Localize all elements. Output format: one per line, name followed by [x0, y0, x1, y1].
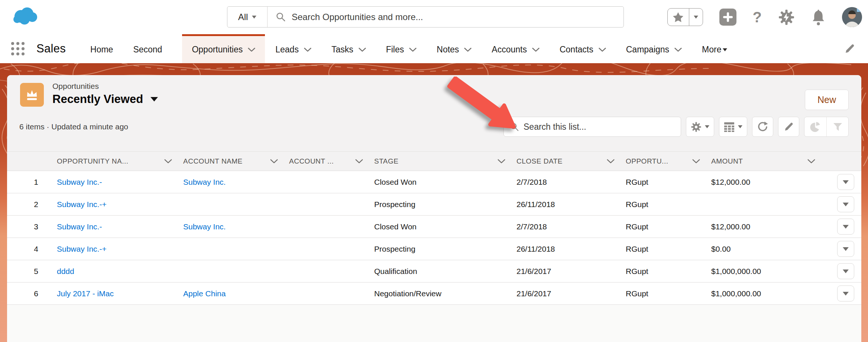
stage-value: Prospecting — [374, 245, 415, 253]
amount-value: $0.00 — [711, 245, 731, 253]
amount-value: $1,000,000.00 — [711, 289, 761, 298]
header-utility-icons: ? — [667, 0, 862, 34]
new-button[interactable]: New — [805, 90, 849, 110]
owner-alias-value: RGupt — [626, 267, 648, 275]
list-view-header: Opportunities Recently Viewed 6 items · … — [7, 75, 861, 151]
row-number-header — [7, 152, 57, 171]
nav-tab-leads[interactable]: Leads — [275, 34, 311, 63]
row-actions-button[interactable] — [837, 241, 854, 257]
row-number: 5 — [7, 267, 57, 276]
global-search-input[interactable] — [292, 12, 624, 22]
user-avatar[interactable] — [842, 7, 862, 27]
setup-gear-icon[interactable] — [778, 9, 795, 26]
opportunity-link[interactable]: Subway Inc.-+ — [57, 200, 107, 209]
chevron-down-icon — [150, 97, 158, 101]
opportunity-link[interactable]: Subway Inc.-+ — [57, 245, 107, 253]
chevron-down-icon — [270, 159, 278, 164]
opportunity-link[interactable]: Subway Inc.- — [57, 222, 102, 231]
stage-value: Closed Won — [374, 222, 417, 231]
nav-tab-accounts[interactable]: Accounts — [492, 34, 540, 63]
notifications-bell-icon[interactable] — [811, 9, 826, 25]
global-header: All ? — [0, 0, 868, 34]
app-navigation-bar: Sales Home Second Opportunities Leads Ta… — [0, 34, 868, 63]
chevron-down-icon — [807, 159, 815, 164]
chevron-down-icon — [843, 247, 849, 251]
inline-edit-button[interactable] — [778, 117, 799, 137]
column-header-close-date[interactable]: CLOSE DATE — [516, 152, 626, 171]
display-as-button[interactable] — [719, 117, 747, 137]
gear-icon — [691, 122, 702, 132]
chevron-down-icon — [498, 159, 505, 164]
charts-pie-icon[interactable] — [804, 117, 826, 136]
opportunity-link[interactable]: July 2017 - iMac — [57, 289, 114, 298]
nav-tab-campaigns[interactable]: Campaigns — [626, 34, 682, 63]
chevron-down-icon — [843, 225, 849, 229]
row-number: 1 — [7, 178, 57, 187]
chevron-down-icon — [674, 48, 682, 52]
column-header-opportunity-owner[interactable]: OPPORTU... — [626, 152, 711, 171]
nav-tab-contacts[interactable]: Contacts — [560, 34, 606, 63]
page-background: Opportunities Recently Viewed 6 items · … — [0, 63, 868, 342]
opportunity-link[interactable]: Subway Inc.- — [57, 178, 102, 186]
nav-more-menu[interactable]: More — [702, 34, 727, 63]
list-search-input[interactable] — [524, 122, 681, 132]
close-date-value: 21/6/2017 — [516, 267, 551, 275]
list-view-settings-button[interactable] — [686, 117, 714, 137]
column-header-account-site[interactable]: ACCOUNT ... — [289, 152, 374, 171]
help-icon[interactable]: ? — [753, 9, 762, 26]
favorites-dropdown-icon[interactable] — [689, 9, 703, 26]
table-row: 3 Subway Inc.- Subway Inc. Closed Won 2/… — [7, 216, 861, 238]
nav-tab-opportunities[interactable]: Opportunities — [182, 34, 265, 63]
entity-label: Opportunities — [52, 82, 99, 91]
close-date-value: 2/7/2018 — [516, 222, 547, 231]
nav-tab-notes[interactable]: Notes — [437, 34, 472, 63]
chevron-down-icon — [607, 159, 615, 164]
salesforce-cloud-logo-icon[interactable] — [11, 5, 40, 28]
table-footer-spacer — [7, 305, 861, 342]
amount-value: $12,000.00 — [711, 178, 750, 186]
chevron-down-icon — [359, 48, 366, 52]
quick-create-plus-icon[interactable] — [719, 9, 736, 26]
table-row: 4 Subway Inc.-+ Prospecting 26/11/2018 R… — [7, 238, 861, 260]
row-actions-button[interactable] — [837, 285, 854, 301]
row-actions-button[interactable] — [837, 219, 854, 235]
edit-navigation-pencil-icon[interactable] — [844, 43, 855, 54]
row-actions-button[interactable] — [837, 174, 854, 190]
item-count-meta: 6 items · Updated a minute ago — [19, 122, 128, 131]
table-icon — [724, 122, 735, 132]
favorites-control — [667, 8, 703, 26]
app-launcher-icon[interactable] — [11, 42, 25, 55]
app-name: Sales — [36, 42, 66, 55]
row-actions-button[interactable] — [837, 263, 854, 279]
chevron-down-icon — [464, 48, 472, 52]
filter-funnel-icon[interactable] — [826, 117, 848, 136]
nav-tab-files[interactable]: Files — [386, 34, 417, 63]
nav-tab-home[interactable]: Home — [90, 34, 113, 63]
close-date-value: 21/6/2017 — [516, 289, 551, 298]
account-link[interactable]: Subway Inc. — [183, 178, 226, 186]
chevron-down-icon — [252, 16, 256, 19]
search-scope-selector[interactable]: All — [227, 7, 268, 27]
row-actions-button[interactable] — [837, 196, 854, 212]
row-actions-header — [830, 152, 861, 171]
nav-tab-second[interactable]: Second — [133, 34, 162, 63]
list-view-name: Recently Viewed — [52, 93, 143, 106]
owner-alias-value: RGupt — [626, 245, 648, 253]
column-header-stage[interactable]: STAGE — [374, 152, 516, 171]
refresh-button[interactable] — [752, 117, 773, 137]
list-view-selector[interactable]: Recently Viewed — [52, 93, 158, 106]
nav-tab-tasks[interactable]: Tasks — [331, 34, 366, 63]
chevron-down-icon — [599, 48, 606, 52]
chevron-down-icon — [692, 159, 700, 164]
opportunity-link[interactable]: dddd — [57, 267, 74, 275]
table-row: 1 Subway Inc.- Subway Inc. Closed Won 2/… — [7, 171, 861, 193]
account-link[interactable]: Subway Inc. — [183, 222, 226, 231]
column-header-opportunity-name[interactable]: OPPORTUNITY NA... — [57, 152, 183, 171]
list-search-box — [503, 117, 681, 137]
column-header-amount[interactable]: AMOUNT — [711, 152, 830, 171]
column-header-account-name[interactable]: ACCOUNT NAME — [183, 152, 289, 171]
account-link[interactable]: Apple China — [183, 289, 226, 298]
pencil-icon — [784, 122, 794, 132]
favorites-star-icon[interactable] — [668, 9, 689, 26]
chart-filter-button-group — [804, 117, 849, 137]
